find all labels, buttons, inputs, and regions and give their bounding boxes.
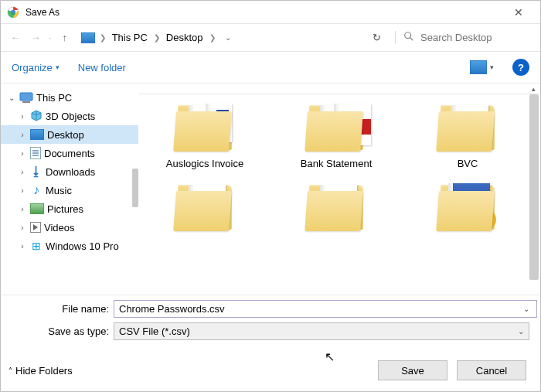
- hide-folders-button[interactable]: ˄ Hide Folders: [9, 365, 73, 377]
- folder-icon: PDF: [433, 101, 502, 155]
- breadcrumb-desktop[interactable]: Desktop: [165, 30, 205, 45]
- chevron-down-icon: ⌄: [7, 94, 16, 102]
- location-icon: [81, 32, 95, 43]
- tree-pictures[interactable]: › Pictures: [1, 199, 138, 218]
- hide-folders-label: Hide Folders: [15, 365, 73, 377]
- chevron-down-icon[interactable]: ⌄: [523, 305, 529, 313]
- folder-icon: PDF PDF: [301, 101, 371, 155]
- titlebar: Save As ✕: [1, 1, 540, 24]
- tree-label: Music: [46, 185, 72, 196]
- folder-view-header: [138, 84, 540, 94]
- chevron-right-icon: ›: [18, 149, 27, 158]
- folder-caption: BVC: [458, 158, 478, 169]
- nav-separator: ·: [49, 32, 52, 43]
- navigation-pane[interactable]: ⌄ This PC › 3D Objects › Desktop ›: [1, 84, 138, 295]
- folder-item-auslogics[interactable]: PDF Auslogics Invoice: [151, 101, 259, 169]
- tree-label: Documents: [44, 148, 95, 159]
- tree-this-pc[interactable]: ⌄ This PC: [1, 88, 138, 107]
- back-button[interactable]: ←: [7, 29, 24, 46]
- tree-label: This PC: [36, 92, 72, 104]
- tree-desktop[interactable]: › Desktop: [1, 125, 138, 144]
- cube-icon: [30, 110, 43, 122]
- view-icon: [470, 60, 487, 74]
- documents-icon: [30, 147, 41, 159]
- folder-view[interactable]: PDF Auslogics Invoice PDF PDF Bank State…: [138, 84, 540, 295]
- close-button[interactable]: ✕: [503, 6, 534, 19]
- chevron-down-icon: ▾: [490, 63, 494, 71]
- organize-label: Organize: [12, 62, 53, 73]
- save-fields: File name: ⌄ Save as type: CSV File (*.c…: [1, 295, 540, 349]
- folder-item-bvc[interactable]: PDF BVC: [413, 101, 522, 169]
- chevron-right-icon: ❯: [209, 33, 216, 42]
- chevron-right-icon: ›: [18, 112, 27, 121]
- folder-icon: PDF: [301, 180, 371, 234]
- tree-videos[interactable]: › Videos: [1, 218, 138, 237]
- tree-music[interactable]: › ♪ Music: [1, 181, 138, 199]
- search-box[interactable]: [395, 31, 534, 44]
- organize-button[interactable]: Organize ▾: [12, 62, 60, 73]
- folder-item[interactable]: PDF: [151, 180, 259, 237]
- folder-item[interactable]: W: [413, 180, 522, 237]
- scroll-up-icon[interactable]: ▴: [529, 85, 537, 93]
- windows-icon: ⊞: [30, 240, 43, 252]
- search-input[interactable]: [419, 31, 527, 44]
- chevron-right-icon: ›: [18, 242, 27, 251]
- chevron-right-icon: ›: [18, 131, 27, 139]
- breadcrumb-dropdown[interactable]: ⌄: [225, 33, 231, 42]
- refresh-button[interactable]: ↻: [373, 32, 381, 43]
- pictures-icon: [30, 203, 44, 214]
- save-as-type-select[interactable]: CSV File (*.csv) ⌄: [114, 322, 529, 340]
- filename-input[interactable]: [114, 300, 537, 318]
- tree-label: Windows 10 Pro: [46, 240, 119, 252]
- desktop-icon: [30, 129, 44, 140]
- tree-label: Pictures: [47, 203, 83, 215]
- tree-label: Downloads: [46, 166, 95, 178]
- folder-item[interactable]: PDF: [282, 180, 390, 237]
- save-as-dialog: Save As ✕ ← → · ↑ ❯ This PC ❯ Desktop ❯ …: [0, 0, 541, 392]
- chevron-right-icon: ›: [18, 186, 27, 195]
- folderview-scrollbar[interactable]: [529, 94, 539, 280]
- downloads-icon: ⭳: [30, 165, 43, 178]
- svg-rect-4: [20, 93, 32, 101]
- folder-item-bank-statement[interactable]: PDF PDF Bank Statement: [282, 101, 390, 169]
- breadcrumb-this-pc[interactable]: This PC: [111, 30, 149, 45]
- save-button[interactable]: Save: [378, 360, 447, 380]
- help-button[interactable]: ?: [512, 59, 529, 76]
- content-area: ⌄ This PC › 3D Objects › Desktop ›: [1, 83, 540, 295]
- dialog-title: Save As: [26, 7, 503, 18]
- chevron-right-icon: ❯: [154, 33, 160, 42]
- folder-icon: PDF: [170, 101, 240, 155]
- new-folder-button[interactable]: New folder: [78, 62, 126, 73]
- chrome-icon: [7, 6, 19, 19]
- save-as-type-label: Save as type:: [43, 326, 109, 337]
- navpane-scrollbar[interactable]: [132, 169, 138, 207]
- navbar: ← → · ↑ ❯ This PC ❯ Desktop ❯ ⌄ ↻: [1, 24, 540, 52]
- save-as-type-value: CSV File (*.csv): [119, 326, 190, 337]
- folder-caption: Auslogics Invoice: [166, 158, 243, 169]
- forward-button[interactable]: →: [27, 29, 44, 46]
- footer: ˄ Hide Folders Save Cancel: [1, 349, 540, 391]
- folder-icon: W: [433, 180, 502, 234]
- chevron-down-icon: ▾: [56, 63, 60, 71]
- cancel-button[interactable]: Cancel: [457, 360, 526, 380]
- tree-label: 3D Objects: [46, 111, 95, 122]
- tree-documents[interactable]: › Documents: [1, 144, 138, 162]
- tree-label: Desktop: [47, 129, 84, 141]
- search-icon: [403, 31, 414, 44]
- svg-line-3: [410, 38, 413, 41]
- tree-3d-objects[interactable]: › 3D Objects: [1, 107, 138, 125]
- view-options-button[interactable]: ▾: [470, 60, 494, 74]
- svg-point-2: [405, 32, 411, 39]
- folder-caption: Bank Statement: [301, 158, 373, 169]
- chevron-right-icon: ›: [18, 168, 27, 176]
- tree-windows-drive[interactable]: › ⊞ Windows 10 Pro: [1, 237, 138, 255]
- music-icon: ♪: [30, 184, 43, 196]
- up-button[interactable]: ↑: [56, 29, 73, 46]
- tree-downloads[interactable]: › ⭳ Downloads: [1, 162, 138, 181]
- tree-label: Videos: [44, 222, 75, 233]
- toolbar: Organize ▾ New folder ▾ ?: [1, 52, 540, 83]
- breadcrumb[interactable]: ❯ This PC ❯ Desktop ❯ ⌄: [81, 30, 363, 45]
- chevron-right-icon: ❯: [100, 33, 106, 42]
- chevron-right-icon: ›: [18, 205, 27, 213]
- folder-icon: PDF: [170, 180, 240, 234]
